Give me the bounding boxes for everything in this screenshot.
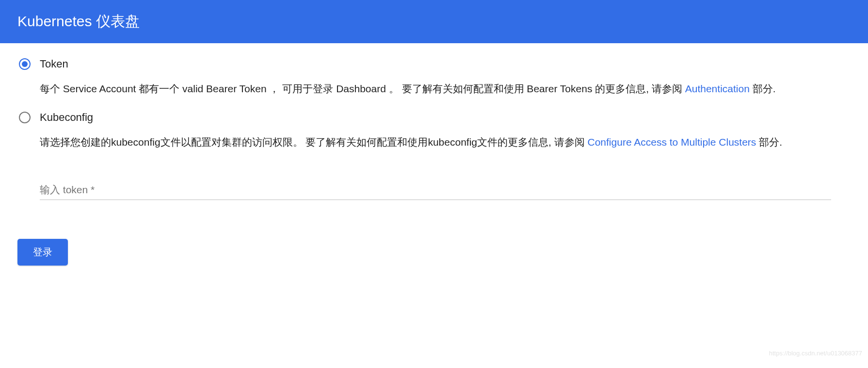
- option-token-label: Token: [40, 58, 851, 70]
- option-token-desc-pre: 每个 Service Account 都有一个 valid Bearer Tok…: [40, 83, 685, 94]
- page-title: Kubernetes 仪表盘: [17, 12, 851, 32]
- option-token-desc-post: 部分.: [750, 83, 776, 94]
- option-kubeconfig-description: 请选择您创建的kubeconfig文件以配置对集群的访问权限。 要了解有关如何配…: [40, 134, 851, 151]
- page-header: Kubernetes 仪表盘: [0, 0, 868, 43]
- actions: 登录: [17, 239, 851, 266]
- radio-token[interactable]: [17, 57, 32, 71]
- link-authentication[interactable]: Authentication: [685, 83, 750, 94]
- option-kubeconfig-label: Kubeconfig: [40, 111, 851, 124]
- option-kubeconfig-desc-pre: 请选择您创建的kubeconfig文件以配置对集群的访问权限。 要了解有关如何配…: [40, 136, 588, 148]
- option-kubeconfig-desc-post: 部分.: [756, 136, 782, 148]
- option-token: Token 每个 Service Account 都有一个 valid Bear…: [17, 58, 851, 98]
- token-input[interactable]: [40, 180, 831, 200]
- radio-icon: [19, 58, 31, 70]
- option-token-description: 每个 Service Account 都有一个 valid Bearer Tok…: [40, 80, 851, 98]
- radio-kubeconfig[interactable]: [17, 110, 32, 125]
- radio-icon: [19, 112, 31, 123]
- option-kubeconfig-body: Kubeconfig 请选择您创建的kubeconfig文件以配置对集群的访问权…: [40, 111, 851, 151]
- link-configure-clusters[interactable]: Configure Access to Multiple Clusters: [588, 136, 756, 148]
- login-button[interactable]: 登录: [17, 239, 68, 266]
- option-token-body: Token 每个 Service Account 都有一个 valid Bear…: [40, 58, 851, 98]
- option-kubeconfig: Kubeconfig 请选择您创建的kubeconfig文件以配置对集群的访问权…: [17, 111, 851, 151]
- token-input-area: [40, 180, 831, 200]
- login-content: Token 每个 Service Account 都有一个 valid Bear…: [0, 43, 868, 285]
